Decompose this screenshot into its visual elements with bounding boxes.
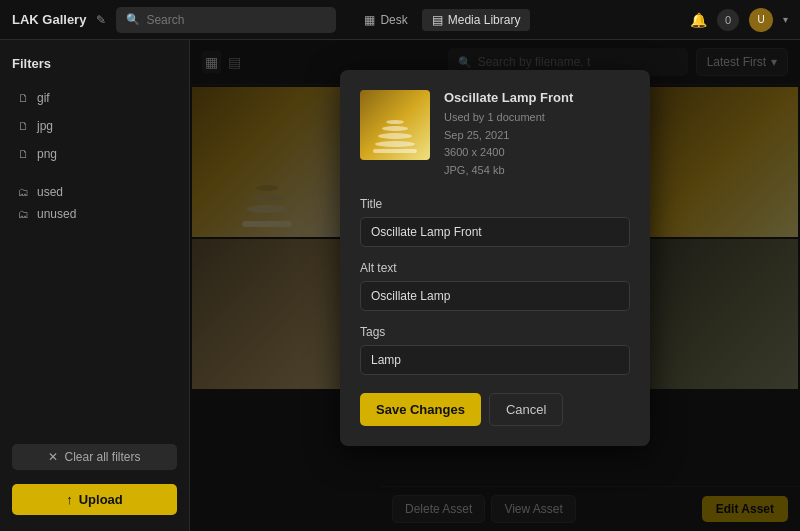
modal-actions: Save Changes Cancel [360,393,630,426]
upload-button[interactable]: ↑ Upload [12,484,177,515]
modal-used-by: Used by 1 document [444,109,630,127]
content-area: ▦ ▤ 🔍 Latest First ▾ [190,40,800,531]
filter-png[interactable]: 🗋 png [12,143,177,165]
modal-overlay: Oscillate Lamp Front Used by 1 document … [190,40,800,531]
global-search-bar[interactable]: 🔍 [116,7,336,33]
close-icon: ✕ [48,450,58,464]
tags-input[interactable] [360,345,630,375]
cancel-button[interactable]: Cancel [489,393,563,426]
file-icon: 🗋 [18,92,29,104]
sidebar: Filters 🗋 gif 🗋 jpg 🗋 png 🗂 used 🗂 unuse… [0,40,190,531]
title-label: Title [360,197,630,211]
avatar[interactable]: U [749,8,773,32]
folder-icon: 🗂 [18,186,29,198]
filter-unused[interactable]: 🗂 unused [12,203,177,225]
usage-section: 🗂 used 🗂 unused [12,181,177,225]
modal-header: Oscillate Lamp Front Used by 1 document … [360,90,630,179]
tags-label: Tags [360,325,630,339]
tab-desk[interactable]: ▦ Desk [354,9,417,31]
notification-badge: 0 [717,9,739,31]
nav-right: 🔔 0 U ▾ [690,8,788,32]
clear-filters-button[interactable]: ✕ Clear all filters [12,444,177,470]
app-title: LAK Gallery [12,12,86,27]
bell-icon[interactable]: 🔔 [690,12,707,28]
search-icon: 🔍 [126,13,140,26]
upload-icon: ↑ [66,492,73,507]
modal-date: Sep 25, 2021 [444,127,630,145]
modal-file-info: JPG, 454 kb [444,162,630,180]
sidebar-title: Filters [12,56,177,71]
file-icon: 🗋 [18,120,29,132]
save-changes-button[interactable]: Save Changes [360,393,481,426]
nav-tabs: ▦ Desk ▤ Media Library [354,9,530,31]
main-layout: Filters 🗋 gif 🗋 jpg 🗋 png 🗂 used 🗂 unuse… [0,40,800,531]
filter-used[interactable]: 🗂 used [12,181,177,203]
file-icon: 🗋 [18,148,29,160]
filter-gif[interactable]: 🗋 gif [12,87,177,109]
modal-meta: Used by 1 document Sep 25, 2021 3600 x 2… [444,109,630,179]
alt-text-field: Alt text [360,261,630,311]
filter-jpg[interactable]: 🗋 jpg [12,115,177,137]
edit-icon[interactable]: ✎ [96,13,106,27]
title-field: Title [360,197,630,247]
global-search-input[interactable] [146,13,326,27]
modal-info: Oscillate Lamp Front Used by 1 document … [444,90,630,179]
alt-text-input[interactable] [360,281,630,311]
desk-icon: ▦ [364,13,375,27]
modal-thumbnail [360,90,430,160]
title-input[interactable] [360,217,630,247]
modal-dimensions: 3600 x 2400 [444,144,630,162]
tags-field: Tags [360,325,630,375]
modal-asset-name: Oscillate Lamp Front [444,90,630,105]
folder-icon: 🗂 [18,208,29,220]
edit-modal: Oscillate Lamp Front Used by 1 document … [340,70,650,446]
chevron-down-icon[interactable]: ▾ [783,14,788,25]
alt-text-label: Alt text [360,261,630,275]
media-icon: ▤ [432,13,443,27]
top-nav: LAK Gallery ✎ 🔍 ▦ Desk ▤ Media Library 🔔… [0,0,800,40]
tab-media-library[interactable]: ▤ Media Library [422,9,531,31]
